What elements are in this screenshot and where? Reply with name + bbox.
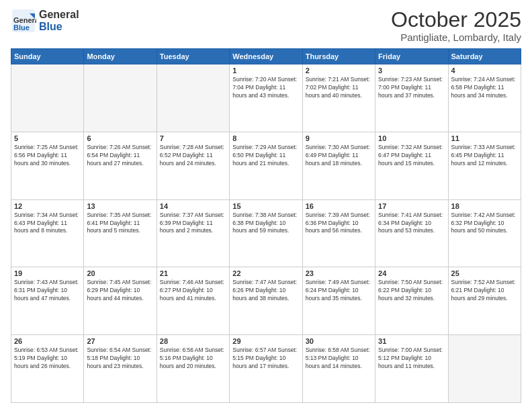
day-info: Sunrise: 7:38 AM Sunset: 6:38 PM Dayligh… <box>232 212 299 236</box>
day-info: Sunrise: 7:24 AM Sunset: 6:58 PM Dayligh… <box>451 76 518 100</box>
calendar-cell: 24Sunrise: 7:50 AM Sunset: 6:22 PM Dayli… <box>375 267 448 335</box>
day-info: Sunrise: 6:58 AM Sunset: 5:13 PM Dayligh… <box>306 347 372 371</box>
logo-blue: Blue <box>39 21 79 33</box>
day-info: Sunrise: 7:35 AM Sunset: 6:41 PM Dayligh… <box>87 212 153 236</box>
calendar-cell <box>448 335 521 403</box>
calendar-cell: 1Sunrise: 7:20 AM Sunset: 7:04 PM Daylig… <box>230 64 302 132</box>
day-info: Sunrise: 7:30 AM Sunset: 6:49 PM Dayligh… <box>306 144 372 168</box>
calendar-week-row: 5Sunrise: 7:25 AM Sunset: 6:56 PM Daylig… <box>11 132 521 199</box>
day-number: 30 <box>306 337 372 345</box>
day-info: Sunrise: 7:45 AM Sunset: 6:29 PM Dayligh… <box>87 279 153 303</box>
calendar-cell: 2Sunrise: 7:21 AM Sunset: 7:02 PM Daylig… <box>302 64 375 132</box>
calendar-week-row: 1Sunrise: 7:20 AM Sunset: 7:04 PM Daylig… <box>11 64 521 132</box>
day-number: 1 <box>232 66 299 75</box>
calendar-cell: 31Sunrise: 7:00 AM Sunset: 5:12 PM Dayli… <box>375 335 448 403</box>
col-friday: Friday <box>375 49 448 64</box>
day-info: Sunrise: 7:41 AM Sunset: 6:34 PM Dayligh… <box>378 212 445 236</box>
day-number: 8 <box>232 134 299 142</box>
day-number: 2 <box>306 66 372 75</box>
calendar-cell: 18Sunrise: 7:42 AM Sunset: 6:32 PM Dayli… <box>448 199 521 267</box>
day-number: 22 <box>232 269 299 277</box>
calendar-cell: 17Sunrise: 7:41 AM Sunset: 6:34 PM Dayli… <box>375 199 448 267</box>
day-number: 12 <box>14 202 81 210</box>
calendar-cell: 25Sunrise: 7:52 AM Sunset: 6:21 PM Dayli… <box>448 267 521 335</box>
col-tuesday: Tuesday <box>157 49 229 64</box>
svg-text:Blue: Blue <box>13 24 30 32</box>
day-number: 18 <box>451 202 518 210</box>
calendar-header-row: Sunday Monday Tuesday Wednesday Thursday… <box>11 49 521 64</box>
calendar-cell <box>157 64 229 132</box>
calendar-cell: 22Sunrise: 7:47 AM Sunset: 6:26 PM Dayli… <box>230 267 302 335</box>
calendar-cell: 13Sunrise: 7:35 AM Sunset: 6:41 PM Dayli… <box>84 199 157 267</box>
day-info: Sunrise: 6:54 AM Sunset: 5:18 PM Dayligh… <box>87 347 153 371</box>
day-info: Sunrise: 7:20 AM Sunset: 7:04 PM Dayligh… <box>232 76 299 100</box>
col-saturday: Saturday <box>448 49 521 64</box>
day-number: 4 <box>451 66 518 75</box>
calendar-week-row: 19Sunrise: 7:43 AM Sunset: 6:31 PM Dayli… <box>11 267 521 335</box>
logo-text: General Blue <box>39 9 79 33</box>
day-number: 10 <box>378 134 445 142</box>
day-info: Sunrise: 7:29 AM Sunset: 6:50 PM Dayligh… <box>232 144 299 168</box>
calendar-cell <box>11 64 84 132</box>
day-number: 13 <box>87 202 153 210</box>
col-sunday: Sunday <box>11 49 84 64</box>
location: Pantigliate, Lombardy, Italy <box>391 32 521 43</box>
day-info: Sunrise: 6:56 AM Sunset: 5:16 PM Dayligh… <box>160 347 226 371</box>
day-info: Sunrise: 7:39 AM Sunset: 6:36 PM Dayligh… <box>306 212 372 236</box>
day-number: 7 <box>160 134 226 142</box>
day-info: Sunrise: 7:42 AM Sunset: 6:32 PM Dayligh… <box>451 212 518 236</box>
day-number: 15 <box>232 202 299 210</box>
calendar-cell: 28Sunrise: 6:56 AM Sunset: 5:16 PM Dayli… <box>157 335 229 403</box>
calendar-week-row: 26Sunrise: 6:53 AM Sunset: 5:19 PM Dayli… <box>11 335 521 403</box>
calendar-cell: 6Sunrise: 7:26 AM Sunset: 6:54 PM Daylig… <box>84 132 157 199</box>
logo: General Blue General Blue <box>11 8 79 34</box>
day-number: 20 <box>87 269 153 277</box>
day-number: 28 <box>160 337 226 345</box>
calendar-cell: 5Sunrise: 7:25 AM Sunset: 6:56 PM Daylig… <box>11 132 84 199</box>
day-number: 5 <box>14 134 81 142</box>
day-number: 16 <box>306 202 372 210</box>
day-number: 19 <box>14 269 81 277</box>
calendar-cell: 30Sunrise: 6:58 AM Sunset: 5:13 PM Dayli… <box>302 335 375 403</box>
day-number: 11 <box>451 134 518 142</box>
calendar-cell <box>84 64 157 132</box>
calendar-cell: 7Sunrise: 7:28 AM Sunset: 6:52 PM Daylig… <box>157 132 229 199</box>
col-wednesday: Wednesday <box>230 49 302 64</box>
calendar-cell: 21Sunrise: 7:46 AM Sunset: 6:27 PM Dayli… <box>157 267 229 335</box>
title-block: October 2025 Pantigliate, Lombardy, Ital… <box>391 8 521 43</box>
calendar-cell: 14Sunrise: 7:37 AM Sunset: 6:39 PM Dayli… <box>157 199 229 267</box>
calendar-cell: 3Sunrise: 7:23 AM Sunset: 7:00 PM Daylig… <box>375 64 448 132</box>
day-info: Sunrise: 7:50 AM Sunset: 6:22 PM Dayligh… <box>378 279 445 303</box>
day-number: 23 <box>306 269 372 277</box>
logo-icon: General Blue <box>11 8 36 34</box>
calendar-cell: 4Sunrise: 7:24 AM Sunset: 6:58 PM Daylig… <box>448 64 521 132</box>
day-info: Sunrise: 7:23 AM Sunset: 7:00 PM Dayligh… <box>378 76 445 100</box>
calendar-cell: 12Sunrise: 7:34 AM Sunset: 6:43 PM Dayli… <box>11 199 84 267</box>
day-number: 6 <box>87 134 153 142</box>
day-info: Sunrise: 7:46 AM Sunset: 6:27 PM Dayligh… <box>160 279 226 303</box>
calendar-week-row: 12Sunrise: 7:34 AM Sunset: 6:43 PM Dayli… <box>11 199 521 267</box>
day-number: 24 <box>378 269 445 277</box>
calendar-cell: 27Sunrise: 6:54 AM Sunset: 5:18 PM Dayli… <box>84 335 157 403</box>
day-info: Sunrise: 7:32 AM Sunset: 6:47 PM Dayligh… <box>378 144 445 168</box>
day-info: Sunrise: 7:25 AM Sunset: 6:56 PM Dayligh… <box>14 144 81 168</box>
day-number: 31 <box>378 337 445 345</box>
calendar-table: Sunday Monday Tuesday Wednesday Thursday… <box>11 48 521 403</box>
day-info: Sunrise: 7:26 AM Sunset: 6:54 PM Dayligh… <box>87 144 153 168</box>
calendar-cell: 26Sunrise: 6:53 AM Sunset: 5:19 PM Dayli… <box>11 335 84 403</box>
header: General Blue General Blue October 2025 P… <box>11 8 521 43</box>
calendar-cell: 23Sunrise: 7:49 AM Sunset: 6:24 PM Dayli… <box>302 267 375 335</box>
day-number: 17 <box>378 202 445 210</box>
day-info: Sunrise: 7:33 AM Sunset: 6:45 PM Dayligh… <box>451 144 518 168</box>
day-info: Sunrise: 7:34 AM Sunset: 6:43 PM Dayligh… <box>14 212 81 236</box>
calendar-cell: 11Sunrise: 7:33 AM Sunset: 6:45 PM Dayli… <box>448 132 521 199</box>
day-info: Sunrise: 6:53 AM Sunset: 5:19 PM Dayligh… <box>14 347 81 371</box>
calendar-cell: 29Sunrise: 6:57 AM Sunset: 5:15 PM Dayli… <box>230 335 302 403</box>
day-info: Sunrise: 7:43 AM Sunset: 6:31 PM Dayligh… <box>14 279 81 303</box>
day-number: 3 <box>378 66 445 75</box>
calendar-cell: 9Sunrise: 7:30 AM Sunset: 6:49 PM Daylig… <box>302 132 375 199</box>
day-number: 26 <box>14 337 81 345</box>
logo-general: General <box>39 9 79 21</box>
calendar-cell: 10Sunrise: 7:32 AM Sunset: 6:47 PM Dayli… <box>375 132 448 199</box>
calendar-cell: 16Sunrise: 7:39 AM Sunset: 6:36 PM Dayli… <box>302 199 375 267</box>
